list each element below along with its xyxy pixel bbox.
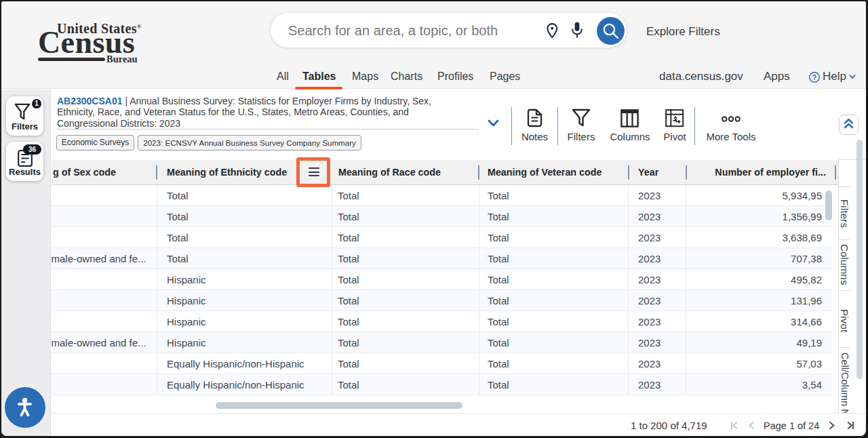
svg-text:?: ?: [812, 73, 816, 81]
